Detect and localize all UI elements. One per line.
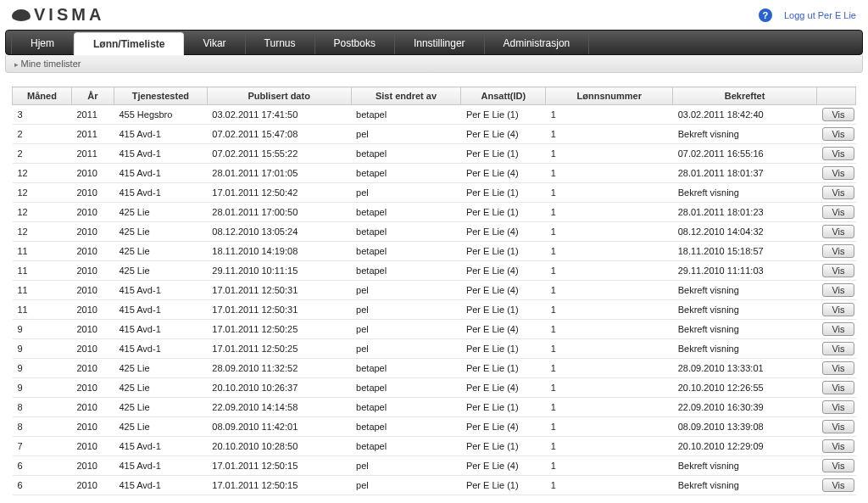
confirmed-timestamp: 07.02.2011 16:55:16: [673, 144, 817, 164]
help-icon[interactable]: ?: [759, 8, 772, 22]
col-month[interactable]: Måned: [13, 87, 72, 105]
view-button[interactable]: Vis: [822, 186, 854, 199]
col-confirmed[interactable]: Bekreftet: [673, 87, 817, 105]
view-button[interactable]: Vis: [822, 108, 854, 121]
table-cell: 415 Avd-1: [114, 476, 207, 495]
table-cell: 7: [13, 437, 72, 456]
table-cell: 1: [546, 437, 673, 456]
table-cell: 07.02.2011 15:47:08: [207, 125, 351, 144]
table-cell: betapel: [351, 105, 461, 125]
col-payroll[interactable]: Lønnsnummer: [546, 87, 673, 105]
view-button[interactable]: Vis: [822, 381, 854, 394]
col-published[interactable]: Publisert dato: [207, 87, 351, 105]
table-cell: Per E Lie (1): [461, 300, 546, 320]
nav-item-hjem[interactable]: Hjem: [11, 31, 74, 54]
table-cell: pel: [351, 281, 461, 300]
brand-mark-icon: [12, 9, 31, 21]
view-button[interactable]: Vis: [822, 303, 854, 316]
confirmed-timestamp: 29.11.2010 11:11:03: [673, 261, 817, 281]
table-cell: Per E Lie (4): [461, 261, 546, 281]
confirm-view-link[interactable]: Bekreft visning: [673, 281, 817, 300]
table-cell: pel: [351, 183, 461, 203]
table-row: 82010425 Lie22.09.2010 14:14:58betapelPe…: [13, 398, 856, 417]
nav-item-administrasjon[interactable]: Administrasjon: [485, 31, 590, 54]
col-employee[interactable]: Ansatt(ID): [461, 87, 546, 105]
view-button[interactable]: Vis: [822, 147, 854, 160]
table-row: 32011455 Hegsbro03.02.2011 17:41:50betap…: [13, 105, 856, 125]
view-button[interactable]: Vis: [822, 459, 854, 472]
view-button[interactable]: Vis: [822, 322, 854, 336]
view-button[interactable]: Vis: [822, 478, 854, 492]
view-button[interactable]: Vis: [822, 205, 854, 219]
confirm-view-link[interactable]: Bekreft visning: [673, 476, 817, 495]
view-button[interactable]: Vis: [822, 361, 854, 375]
view-button[interactable]: Vis: [822, 127, 854, 141]
logout-link[interactable]: Logg ut Per E Lie: [784, 10, 856, 20]
table-cell: 2010: [71, 437, 114, 456]
table-cell: 1: [546, 417, 673, 437]
table-row: 92010415 Avd-117.01.2011 12:50:25pelPer …: [13, 339, 856, 359]
view-button[interactable]: Vis: [822, 342, 854, 355]
table-cell: betapel: [351, 164, 461, 183]
table-cell: 2010: [71, 359, 114, 378]
table-row: 62010415 Avd-117.01.2011 12:50:15pelPer …: [13, 456, 856, 476]
nav-item-postboks[interactable]: Postboks: [315, 31, 395, 54]
nav-item-vikar[interactable]: Vikar: [184, 31, 245, 54]
table-cell: betapel: [351, 222, 461, 242]
table-cell: 2011: [71, 125, 114, 144]
col-changedby[interactable]: Sist endret av: [351, 87, 461, 105]
table-cell: 2010: [71, 281, 114, 300]
table-cell: 415 Avd-1: [114, 437, 207, 456]
view-button[interactable]: Vis: [822, 420, 854, 433]
table-cell: 8: [13, 417, 72, 437]
table-cell: 17.01.2011 12:50:31: [207, 281, 351, 300]
nav-item-innstillinger[interactable]: Innstillinger: [395, 31, 485, 54]
table-cell: Per E Lie (4): [461, 222, 546, 242]
view-button[interactable]: Vis: [822, 264, 854, 277]
table-cell: 2010: [71, 378, 114, 398]
view-button[interactable]: Vis: [822, 400, 854, 414]
confirm-view-link[interactable]: Bekreft visning: [673, 320, 817, 339]
table-cell: 1: [546, 203, 673, 222]
nav-item-l-nn-timeliste[interactable]: Lønn/Timeliste: [74, 32, 184, 55]
table-cell: 415 Avd-1: [114, 125, 207, 144]
nav-item-turnus[interactable]: Turnus: [246, 31, 315, 54]
table-cell: 28.01.2011 17:01:05: [207, 164, 351, 183]
view-button[interactable]: Vis: [822, 225, 854, 238]
confirmed-timestamp: 03.02.2011 18:42:40: [673, 105, 817, 125]
view-button[interactable]: Vis: [822, 439, 854, 453]
confirm-view-link[interactable]: Bekreft visning: [673, 125, 817, 144]
confirmed-timestamp: 08.12.2010 14:04:32: [673, 222, 817, 242]
action-cell: Vis: [816, 398, 855, 417]
table-cell: 455 Hegsbro: [114, 105, 207, 125]
table-cell: Per E Lie (4): [461, 378, 546, 398]
table-row: 22011415 Avd-107.02.2011 15:47:08pelPer …: [13, 125, 856, 144]
view-button[interactable]: Vis: [822, 244, 854, 258]
table-cell: Per E Lie (4): [461, 125, 546, 144]
action-cell: Vis: [816, 125, 855, 144]
table-cell: 425 Lie: [114, 222, 207, 242]
view-button[interactable]: Vis: [822, 283, 854, 297]
col-year[interactable]: År: [71, 87, 114, 105]
confirm-view-link[interactable]: Bekreft visning: [673, 339, 817, 359]
table-cell: 415 Avd-1: [114, 456, 207, 476]
confirm-view-link[interactable]: Bekreft visning: [673, 183, 817, 203]
table-row: 112010415 Avd-117.01.2011 12:50:31pelPer…: [13, 300, 856, 320]
breadcrumb[interactable]: Mine timelister: [14, 59, 81, 69]
table-row: 112010425 Lie18.11.2010 14:19:08betapelP…: [13, 242, 856, 261]
table-cell: betapel: [351, 144, 461, 164]
table-cell: 1: [546, 183, 673, 203]
table-cell: 2010: [71, 222, 114, 242]
view-button[interactable]: Vis: [822, 166, 854, 180]
confirm-view-link[interactable]: Bekreft visning: [673, 300, 817, 320]
table-cell: pel: [351, 476, 461, 495]
table-row: 72010415 Avd-120.10.2010 10:28:50betapel…: [13, 437, 856, 456]
table-cell: 3: [13, 105, 72, 125]
confirm-view-link[interactable]: Bekreft visning: [673, 456, 817, 476]
col-location[interactable]: Tjenestested: [114, 87, 207, 105]
table-cell: pel: [351, 125, 461, 144]
table-cell: 2010: [71, 456, 114, 476]
table-row: 62010415 Avd-117.01.2011 12:50:15pelPer …: [13, 476, 856, 495]
table-cell: 415 Avd-1: [114, 320, 207, 339]
table-cell: 2010: [71, 183, 114, 203]
